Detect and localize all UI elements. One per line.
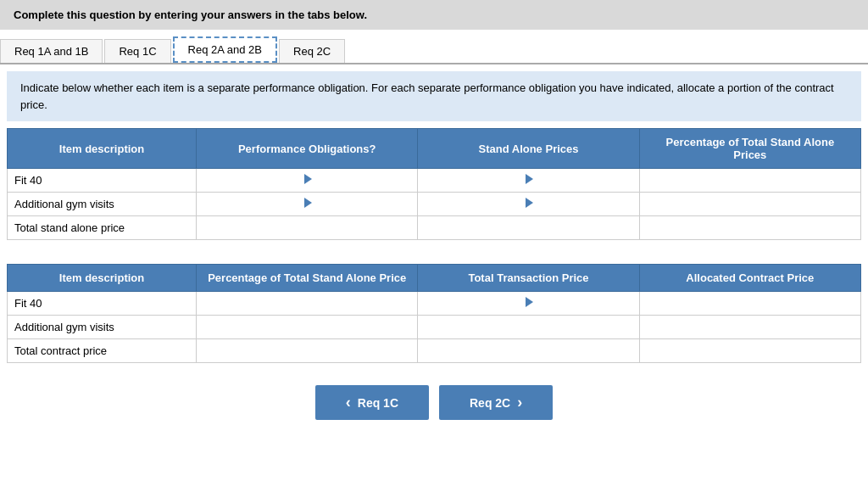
table2-header-1: Item description <box>8 265 197 292</box>
dropdown-arrow-icon[interactable] <box>304 174 312 184</box>
main-content: Indicate below whether each item is a se… <box>0 71 868 433</box>
instruction-text: Indicate below whether each item is a se… <box>20 81 834 111</box>
table2-header-3: Total Transaction Price <box>418 265 639 292</box>
table1-row1-item: Fit 40 <box>8 169 197 193</box>
table1-row2-col3[interactable] <box>418 193 639 216</box>
dropdown-arrow-icon[interactable] <box>526 198 533 208</box>
table1-header-3: Stand Alone Prices <box>418 129 639 169</box>
dropdown-arrow-icon[interactable] <box>526 297 533 307</box>
table-row: Additional gym visits <box>8 316 861 339</box>
table-row: Total contract price <box>8 339 861 363</box>
table2-row2-col4[interactable] <box>639 316 860 339</box>
table2-row3-col3[interactable] <box>418 339 639 363</box>
table1-row2-col2[interactable] <box>197 193 418 216</box>
table1-row2-item: Additional gym visits <box>8 193 197 216</box>
table2-row1-col3[interactable] <box>418 292 639 316</box>
table2-row2-col3[interactable] <box>418 316 639 339</box>
dropdown-arrow-icon[interactable] <box>304 198 312 208</box>
instruction-box: Indicate below whether each item is a se… <box>7 71 861 121</box>
next-button[interactable]: Req 2C <box>439 385 553 420</box>
table-row: Additional gym visits <box>8 193 861 216</box>
table1-row3-item: Total stand alone price <box>8 216 197 240</box>
tab-req2c[interactable]: Req 2C <box>279 39 345 63</box>
table1-row3-col4[interactable] <box>639 216 860 240</box>
table2-row3-item: Total contract price <box>8 339 197 363</box>
table2-row1-col2[interactable] <box>197 292 418 316</box>
table2-header-4: Allocated Contract Price <box>639 265 860 292</box>
table1-row3-col2[interactable] <box>197 216 418 240</box>
table2-row2-item: Additional gym visits <box>8 316 197 339</box>
header-banner: Complete this question by entering your … <box>0 0 868 30</box>
table2-header-2: Percentage of Total Stand Alone Price <box>197 265 418 292</box>
dropdown-arrow-icon[interactable] <box>526 174 533 184</box>
table-row: Fit 40 <box>8 292 861 316</box>
table2-row2-col2[interactable] <box>197 316 418 339</box>
table1-header-1: Item description <box>8 129 197 169</box>
tab-req1ab[interactable]: Req 1A and 1B <box>0 39 103 63</box>
table1: Item description Performance Obligations… <box>7 128 861 240</box>
tabs-container: Req 1A and 1B Req 1C Req 2A and 2B Req 2… <box>0 30 868 64</box>
next-button-label: Req 2C <box>470 396 510 410</box>
table-row: Total stand alone price <box>8 216 861 240</box>
prev-button-label: Req 1C <box>358 396 398 410</box>
table-row: Fit 40 <box>8 169 861 193</box>
table1-header-4: Percentage of Total Stand Alone Prices <box>639 129 860 169</box>
table2-row1-col4[interactable] <box>639 292 860 316</box>
table2-row1-item: Fit 40 <box>8 292 197 316</box>
table1-header-2: Performance Obligations? <box>197 129 418 169</box>
table1-row1-col4[interactable] <box>639 169 860 193</box>
table1-row1-col2[interactable] <box>197 169 418 193</box>
table2-row3-col4[interactable] <box>639 339 860 363</box>
table2-row3-col2[interactable] <box>197 339 418 363</box>
table1-row1-col3[interactable] <box>418 169 639 193</box>
prev-button[interactable]: Req 1C <box>315 385 429 420</box>
table1-row2-col4[interactable] <box>639 193 860 216</box>
table2: Item description Percentage of Total Sta… <box>7 264 861 363</box>
bottom-navigation: Req 1C Req 2C <box>7 377 861 433</box>
tab-req1c[interactable]: Req 1C <box>104 39 170 63</box>
header-instruction: Complete this question by entering your … <box>14 8 367 21</box>
tab-req2ab[interactable]: Req 2A and 2B <box>173 36 277 63</box>
table1-row3-col3[interactable] <box>418 216 639 240</box>
